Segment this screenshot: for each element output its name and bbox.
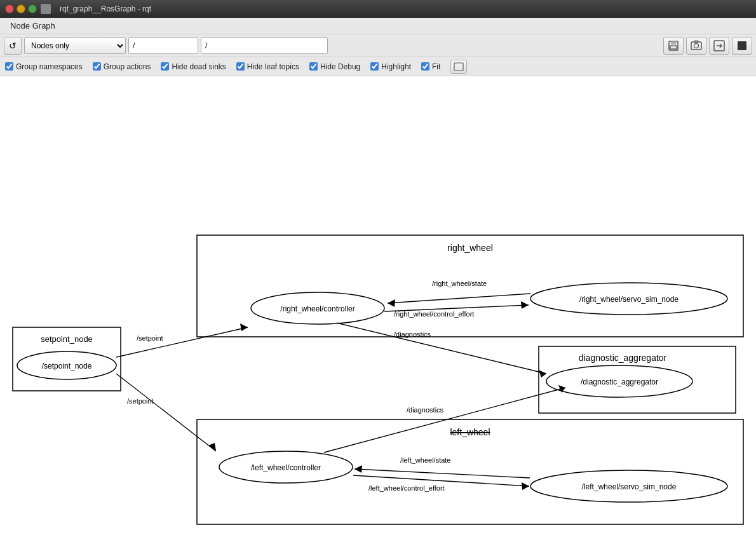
minimize-button[interactable] <box>17 4 25 13</box>
hide-leaf-topics-checkbox[interactable]: Hide leaf topics <box>236 62 299 71</box>
hide-debug-checkbox[interactable]: Hide Debug <box>309 62 360 71</box>
right-wheel-controller-label: /right_wheel/controller <box>280 304 354 313</box>
save-button[interactable] <box>663 37 684 55</box>
graph-area: right_wheel left_wheel diagnostic_aggreg… <box>0 76 756 537</box>
titlebar: rqt_graph__RosGraph - rqt <box>0 0 756 18</box>
fit-button[interactable] <box>450 60 467 74</box>
window-title: rqt_graph__RosGraph - rqt <box>60 4 151 13</box>
fit-checkbox[interactable]: Fit <box>421 62 440 71</box>
display-mode-dropdown[interactable]: Nodes only Nodes/Topics (active) Nodes/T… <box>24 37 126 54</box>
svg-rect-2 <box>670 46 677 49</box>
hide-dead-sinks-checkbox[interactable]: Hide dead sinks <box>161 62 226 71</box>
edge-setpoint-right <box>116 327 248 357</box>
checkbar: Group namespaces Group actions Hide dead… <box>0 57 756 76</box>
toolbar: ↺ Nodes only Nodes/Topics (active) Nodes… <box>0 34 756 57</box>
window-controls[interactable] <box>5 4 37 13</box>
edge-left-state-label: /left_wheel/state <box>400 456 451 464</box>
left-wheel-servo-label: /left_wheel/servo_sim_node <box>582 482 677 491</box>
right-wheel-servo-label: /right_wheel/servo_sim_node <box>579 295 678 304</box>
export-button[interactable] <box>709 37 729 55</box>
svg-rect-9 <box>454 63 463 71</box>
filter1-input[interactable] <box>128 37 198 54</box>
edge-left-effort-label: /left_wheel/control_effort <box>368 484 445 492</box>
edge-right-effort-label: /right_wheel/control_effort <box>394 310 474 318</box>
highlight-checkbox[interactable]: Highlight <box>370 62 411 71</box>
edge-right-diag-label: /diagnostics <box>394 330 431 338</box>
svg-rect-8 <box>738 41 746 50</box>
edge-setpoint-right-label: /setpoint <box>137 334 163 342</box>
setpoint-node-label: setpoint_node <box>41 334 93 344</box>
diag-aggregator-group-label: diagnostic_aggregator <box>579 353 667 363</box>
svg-rect-1 <box>671 41 676 44</box>
close-button[interactable] <box>5 4 14 13</box>
svg-rect-3 <box>691 42 701 50</box>
menubar: Node Graph <box>0 18 756 34</box>
graph-svg[interactable]: right_wheel left_wheel diagnostic_aggreg… <box>0 76 756 537</box>
edge-left-diag-label: /diagnostics <box>407 406 444 414</box>
theme-button[interactable] <box>732 37 752 55</box>
menubar-item-nodegraph[interactable]: Node Graph <box>5 20 60 32</box>
diag-aggregator-label: /diagnostic_aggregator <box>581 377 658 386</box>
group-actions-checkbox[interactable]: Group actions <box>93 62 151 71</box>
svg-point-4 <box>694 43 699 48</box>
right-wheel-group-label: right_wheel <box>447 243 493 253</box>
setpoint-node-ellipse-label: /setpoint_node <box>42 362 92 370</box>
maximize-button[interactable] <box>28 4 37 13</box>
edge-setpoint-left <box>116 374 216 451</box>
filter2-input[interactable] <box>201 37 328 54</box>
edge-setpoint-left-label: /setpoint <box>127 397 154 405</box>
left-wheel-group-label: left_wheel <box>450 427 490 437</box>
edge-right-state-label: /right_wheel/state <box>432 280 487 287</box>
refresh-button[interactable]: ↺ <box>4 37 22 55</box>
screenshot-button[interactable] <box>686 37 706 55</box>
app-icon <box>41 4 51 14</box>
group-namespaces-checkbox[interactable]: Group namespaces <box>5 62 83 71</box>
left-wheel-controller-label: /left_wheel/controller <box>251 463 321 472</box>
